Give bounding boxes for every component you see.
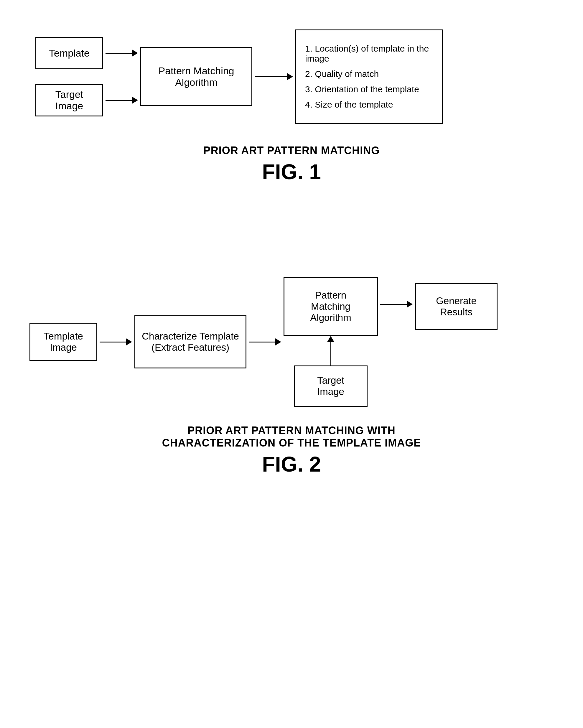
- fig2-arrow-3: [380, 301, 413, 308]
- fig2-caption-line2: CHARACTERIZATION OF THE TEMPLATE IMAGE: [18, 437, 565, 449]
- fig2-arrowhead-2: [275, 338, 281, 345]
- fig1-caption: PRIOR ART PATTERN MATCHING: [18, 145, 565, 157]
- fig2-characterize-label: Characterize Template(Extract Features): [142, 331, 239, 353]
- target-image-label: Target Image: [42, 89, 97, 112]
- output-item-1: 1. Location(s) of template in the image: [305, 44, 433, 64]
- fig2-arrow-line-3: [380, 304, 407, 305]
- fig2-section: TemplateImage Characterize Template(Extr…: [18, 265, 565, 476]
- output-item-3: 3. Orientation of the template: [305, 84, 419, 94]
- arrow-target-to-algo: [106, 84, 138, 116]
- fig1-caption-area: PRIOR ART PATTERN MATCHING FIG. 1: [18, 145, 565, 184]
- fig2-target-image-label: TargetImage: [317, 375, 344, 397]
- algo-to-output-arrow: [255, 73, 293, 80]
- fig2-arrow-line-1: [100, 342, 126, 342]
- fig2-characterize-box: Characterize Template(Extract Features): [134, 315, 246, 368]
- fig2-title: FIG. 2: [18, 452, 565, 476]
- fig1-inputs: Template Target Image: [35, 37, 103, 116]
- fig1-output-box: 1. Location(s) of template in the image …: [295, 29, 443, 124]
- arrowhead-2: [132, 97, 138, 104]
- template-label: Template: [49, 48, 89, 59]
- fig2-arrow-2: [249, 338, 281, 345]
- target-image-box: Target Image: [35, 84, 103, 116]
- fig1-left-arrows: [106, 37, 138, 116]
- fig2-vertical-arrow-container: [327, 336, 334, 365]
- arrow-line-1: [106, 53, 132, 54]
- page: Template Target Image Pattern M: [0, 0, 583, 728]
- arrow-template-to-algo: [106, 37, 138, 69]
- arrow-line-2: [106, 100, 132, 101]
- fig2-algorithm-box: PatternMatchingAlgorithm: [284, 277, 378, 336]
- fig1-diagram: Template Target Image Pattern M: [18, 18, 565, 136]
- output-item-4: 4. Size of the template: [305, 100, 393, 110]
- fig2-caption-line1: PRIOR ART PATTERN MATCHING WITH: [18, 424, 565, 437]
- output-item-2: 2. Quality of match: [305, 69, 379, 79]
- arrow-line-3: [255, 76, 287, 77]
- fig2-arrow-1: [100, 338, 132, 345]
- fig1-section: Template Target Image Pattern M: [18, 18, 565, 183]
- fig2-algorithm-label: PatternMatchingAlgorithm: [310, 290, 351, 323]
- fig2-arrow-line-2: [249, 342, 275, 342]
- spacer-1: [18, 183, 565, 242]
- arrowhead-3: [287, 73, 293, 80]
- fig1-algorithm-label: Pattern MatchingAlgorithm: [158, 65, 234, 88]
- fig1-title: FIG. 1: [18, 160, 565, 184]
- fig2-generate-label: GenerateResults: [436, 295, 477, 318]
- fig2-v-arrow-line: [330, 342, 331, 365]
- fig2-template-image-label: TemplateImage: [44, 331, 83, 353]
- fig2-diagram: TemplateImage Characterize Template(Extr…: [18, 265, 565, 407]
- fig2-v-arrowhead: [327, 336, 334, 342]
- fig2-target-image-box: TargetImage: [294, 365, 368, 407]
- fig2-arrowhead-1: [126, 338, 132, 345]
- fig1-algorithm-box: Pattern MatchingAlgorithm: [140, 47, 252, 106]
- template-box: Template: [35, 37, 103, 69]
- fig2-algo-group: PatternMatchingAlgorithm TargetImage: [284, 277, 378, 407]
- fig2-generate-box: GenerateResults: [415, 283, 498, 330]
- fig2-arrowhead-3: [407, 301, 413, 308]
- fig2-template-image-box: TemplateImage: [29, 323, 97, 361]
- fig2-caption-area: PRIOR ART PATTERN MATCHING WITH CHARACTE…: [18, 424, 565, 476]
- arrowhead-1: [132, 50, 138, 57]
